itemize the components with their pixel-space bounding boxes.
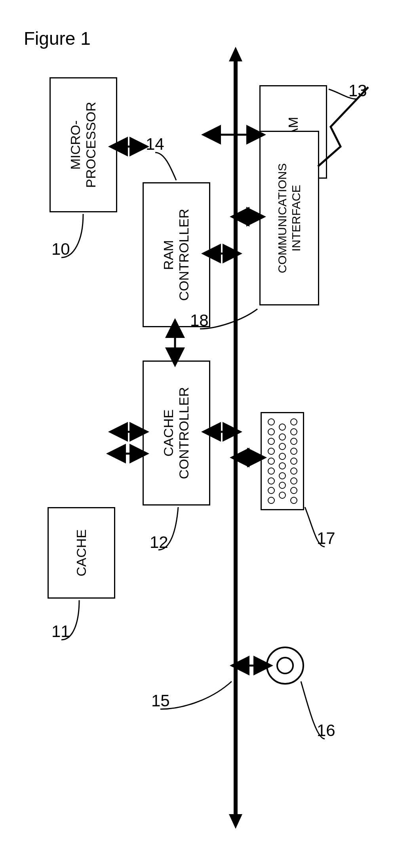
svg-point-4 [277,658,293,673]
bus-line [229,47,242,829]
zigzag-link [318,87,368,166]
svg-marker-2 [229,814,242,829]
disc-icon [267,647,303,684]
svg-marker-1 [229,47,242,61]
svg-point-3 [267,647,303,684]
diagram-svg [0,0,394,868]
